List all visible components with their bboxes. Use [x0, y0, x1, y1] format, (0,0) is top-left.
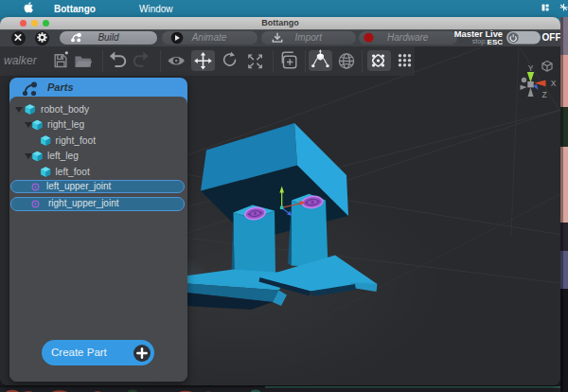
- svg-text:OFF: OFF: [542, 32, 561, 43]
- svg-text:stop:: stop:: [472, 38, 487, 45]
- svg-text:walker: walker: [4, 54, 38, 67]
- svg-text:Z: Z: [541, 90, 546, 99]
- svg-text:Master Live: Master Live: [454, 29, 503, 39]
- svg-text:ESC: ESC: [488, 38, 504, 46]
- svg-text:Y: Y: [528, 63, 534, 73]
- svg-text:X: X: [551, 79, 557, 88]
